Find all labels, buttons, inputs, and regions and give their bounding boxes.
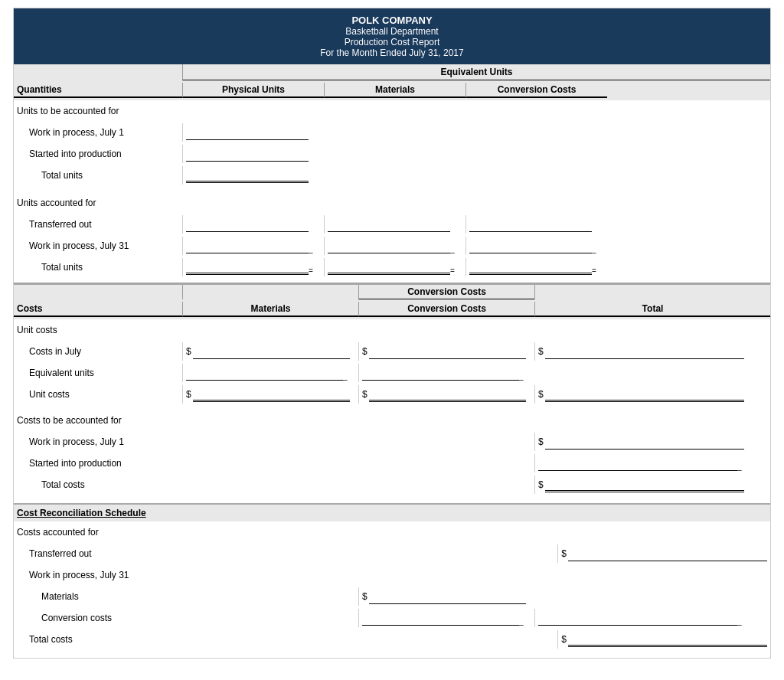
units-accounted-row: Units accounted for (14, 192, 770, 214)
quantities-section: Equivalent Units Quantities Physical Uni… (14, 64, 770, 283)
recon-conversion-total-cell: _ (534, 609, 770, 627)
unit-costs-conversion-cell: $ (358, 385, 534, 404)
units-to-account-row: Units to be accounted for (14, 100, 770, 122)
recon-costs-accounted-row: Costs accounted for (14, 521, 770, 543)
recon-materials-cell: $ (358, 587, 534, 606)
equiv-units-conversion-input[interactable] (362, 365, 519, 381)
equiv-units-materials-input[interactable] (186, 365, 343, 381)
recon-conversion-row: Conversion costs _ _ (14, 607, 770, 629)
costs-started-row: Started into production _ (14, 453, 770, 474)
recon-transferred-total-input[interactable] (568, 546, 767, 561)
costs-materials-col-header: Materials (182, 302, 358, 317)
wip-july31-conversion-cell: _ (466, 237, 607, 255)
materials-header: Materials (324, 83, 466, 98)
costs-in-july-materials-cell: $ (182, 342, 358, 361)
report-period: For the Month Ended July 31, 2017 (17, 47, 767, 58)
recon-total-costs-total-cell: $ (557, 630, 770, 649)
wip-july1-row: Work in process, July 1 (14, 122, 770, 143)
unit-costs-row: Unit costs $ $ $ (14, 384, 770, 405)
total-units2-label: Total units (14, 260, 182, 274)
total-costs-total-cell: $ (534, 476, 770, 494)
costs-in-july-conversion-input[interactable] (369, 344, 526, 359)
wip-july1-physical-input[interactable] (186, 125, 309, 140)
recon-materials-label: Materials (14, 590, 182, 603)
wip-july1-physical-cell (182, 123, 324, 142)
unit-costs-materials-input[interactable] (193, 387, 350, 402)
company-name: POLK COMPANY (17, 15, 767, 26)
wip-july31-materials-input[interactable] (328, 238, 450, 253)
conversion-costs-header: Conversion Costs (466, 83, 607, 98)
started-production-physical-input[interactable] (186, 146, 309, 162)
department-name: Basketball Department (17, 26, 767, 37)
costs-wip-july1-total-input[interactable] (545, 434, 744, 450)
recon-transferred-out-label: Transferred out (14, 547, 165, 561)
started-production-label: Started into production (14, 147, 182, 161)
total-units2-materials-input[interactable] (328, 260, 450, 275)
total-units2-conversion-cell: = (466, 258, 607, 276)
quantities-label: Quantities (14, 83, 182, 98)
costs-wip-july1-label: Work in process, July 1 (14, 435, 182, 449)
costs-in-july-row: Costs in July $ $ $ (14, 341, 770, 362)
recon-conversion-cell: _ (358, 609, 534, 627)
recon-total-costs-input[interactable] (568, 632, 767, 647)
costs-in-july-conversion-cell: $ (358, 342, 534, 361)
costs-in-july-materials-input[interactable] (193, 344, 350, 359)
costs-wip-july1-row: Work in process, July 1 $ (14, 431, 770, 453)
recon-transferred-total-cell: $ (557, 544, 770, 563)
costs-started-total-cell: _ (534, 454, 770, 472)
report-title: Production Cost Report (17, 37, 767, 47)
recon-costs-accounted-label: Costs accounted for (14, 525, 182, 539)
total-units2-row: Total units = = = (14, 257, 770, 278)
wip-july31-conversion-input[interactable] (469, 238, 592, 253)
costs-conversion-col-header: Conversion Costs (358, 302, 534, 317)
recon-materials-input[interactable] (369, 589, 526, 604)
wip-july1-label: Work in process, July 1 (14, 126, 182, 139)
equiv-units-row: Equivalent units _ _ (14, 362, 770, 384)
transferred-out-label: Transferred out (14, 217, 182, 231)
equiv-units-materials-cell: _ (182, 364, 358, 382)
transferred-out-physical-input[interactable] (186, 217, 309, 232)
total-units-label: Total units (14, 168, 182, 182)
recon-total-costs-label: Total costs (14, 633, 165, 646)
wip-july31-label: Work in process, July 31 (14, 239, 182, 253)
costs-conv-header: Conversion Costs (14, 285, 770, 299)
costs-label: Costs (14, 302, 182, 317)
recon-wip-july31-row: Work in process, July 31 (14, 564, 770, 586)
report-container: POLK COMPANY Basketball Department Produ… (13, 8, 771, 659)
total-units-physical-cell (182, 166, 324, 185)
unit-costs-materials-cell: $ (182, 385, 358, 404)
total-costs-total-input[interactable] (545, 477, 744, 492)
costs-total-col-header: Total (534, 302, 770, 317)
equivalent-units-banner: Equivalent Units (182, 64, 770, 80)
costs-materials-subheader (182, 285, 358, 299)
unit-costs-total-cell: $ (534, 385, 770, 404)
unit-costs-total-input[interactable] (545, 387, 744, 402)
total-units2-physical-input[interactable] (186, 260, 309, 275)
equiv-units-label: Equivalent units (14, 366, 182, 380)
transferred-out-materials-input[interactable] (328, 217, 450, 232)
total-units-physical-input[interactable] (186, 168, 309, 183)
report-header: POLK COMPANY Basketball Department Produ… (14, 8, 770, 64)
started-production-row: Started into production (14, 143, 770, 165)
quantities-col-headers: Quantities Physical Units Materials Conv… (14, 80, 770, 100)
unit-costs-conversion-input[interactable] (369, 387, 526, 402)
recon-conversion-input[interactable] (362, 610, 519, 626)
wip-july31-row: Work in process, July 31 _ _ _ (14, 235, 770, 257)
costs-wip-july1-total-cell: $ (534, 433, 770, 451)
units-to-account-label: Units to be accounted for (14, 104, 182, 118)
costs-in-july-total-input[interactable] (545, 344, 744, 359)
costs-in-july-label: Costs in July (14, 345, 182, 358)
costs-to-account-row: Costs to be accounted for (14, 410, 770, 431)
total-costs-row: Total costs $ (14, 474, 770, 495)
recon-conversion-total-input[interactable] (538, 610, 737, 626)
unit-costs-label: Unit costs (14, 323, 182, 337)
total-units2-materials-cell: = (324, 258, 466, 276)
total-units2-conversion-input[interactable] (469, 260, 592, 275)
transferred-out-materials-cell (324, 215, 466, 234)
costs-started-total-input[interactable] (538, 456, 737, 471)
transferred-out-conversion-input[interactable] (469, 217, 592, 232)
wip-july31-physical-input[interactable] (186, 238, 309, 253)
costs-col-headers: Costs Materials Conversion Costs Total (14, 299, 770, 319)
total-units-row: Total units (14, 165, 770, 186)
costs-conversion-subheader: Conversion Costs (358, 285, 534, 299)
